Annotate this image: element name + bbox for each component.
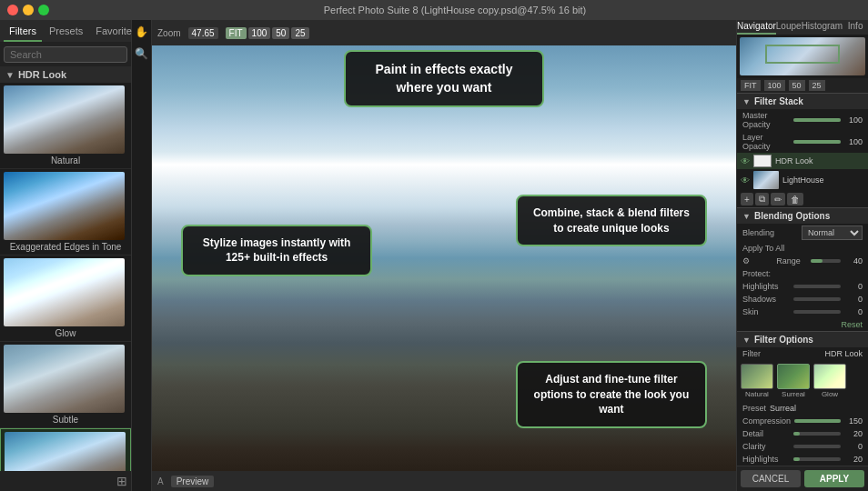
highlights-label: Highlights: [742, 282, 790, 291]
delete-filter-button[interactable]: 🗑: [787, 193, 803, 205]
preset-value: Surreal: [770, 404, 796, 413]
zoom-tool-icon[interactable]: 🔍: [134, 45, 150, 62]
tab-navigator[interactable]: Navigator: [737, 20, 776, 35]
preview-button[interactable]: Preview: [171, 476, 215, 487]
left-panel: Filters Presets Favorites ▼ HDR Look Nat…: [0, 20, 132, 491]
apply-to-all-label: Apply To All: [742, 244, 863, 253]
filter-option-glow[interactable]: Glow: [813, 364, 846, 398]
range-label: ⚙: [742, 256, 772, 266]
clarity-label: Clarity: [742, 442, 790, 451]
search-bar: [0, 42, 131, 66]
cancel-button[interactable]: CANCEL: [741, 470, 801, 487]
add-filter-button[interactable]: +: [741, 193, 753, 205]
hand-tool-icon[interactable]: ✋: [134, 24, 150, 40]
eye-icon[interactable]: 👁: [741, 156, 750, 166]
window-controls[interactable]: [7, 5, 49, 15]
window-title: Perfect Photo Suite 8 (LightHouse copy.p…: [49, 5, 861, 15]
preset-thumbnail: [4, 85, 125, 154]
list-item[interactable]: Natural: [0, 83, 131, 169]
photo-bottom-bar: A Preview: [152, 471, 736, 491]
edit-filter-button[interactable]: ✏: [771, 193, 785, 205]
preset-list: Natural Exaggerated Edges in Tone Glow S…: [0, 83, 131, 471]
filter-stack-hdr[interactable]: 👁 HDR Look: [737, 153, 868, 169]
zoom-25-button[interactable]: 25: [291, 27, 308, 39]
range-value: 40: [844, 256, 863, 266]
zoom-50-button[interactable]: 50: [272, 27, 289, 39]
master-opacity-slider[interactable]: [793, 118, 841, 122]
list-item[interactable]: Subtle: [0, 342, 131, 428]
filter-option-label: Surreal: [782, 390, 805, 398]
right-panel-tabs: Navigator Loupe Histogram Info: [737, 20, 868, 35]
tab-loupe[interactable]: Loupe: [776, 20, 802, 35]
compression-slider[interactable]: [794, 419, 841, 423]
zoom-100-button[interactable]: 100: [248, 27, 271, 39]
tab-presets[interactable]: Presets: [44, 24, 88, 42]
nav-fit-button[interactable]: FIT: [741, 80, 761, 91]
tab-histogram[interactable]: Histogram: [802, 20, 843, 35]
preset-thumbnail: [4, 258, 125, 326]
highlights-row: Highlights 0: [737, 280, 868, 293]
copy-filter-button[interactable]: ⧉: [755, 193, 769, 205]
layer-opacity-row: Layer Opacity 100: [737, 131, 868, 153]
preset-label: Preset: [742, 404, 766, 413]
tooltip-adjust: Adjust and fine-tune filter options to c…: [516, 361, 707, 428]
filter-option-surreal[interactable]: Surreal: [777, 364, 810, 398]
fit-button[interactable]: FIT: [226, 27, 247, 39]
eye-icon[interactable]: 👁: [741, 175, 750, 185]
filter-options-section: ▼ Filter Options: [737, 331, 868, 347]
shadows-slider[interactable]: [793, 297, 841, 301]
left-panel-tabs: Filters Presets Favorites: [0, 20, 131, 42]
tooltip-combine: Combine, stack & blend filters to create…: [516, 195, 707, 247]
filter-stack-name: HDR Look: [775, 156, 864, 165]
nav-25-button[interactable]: 25: [809, 80, 825, 91]
tab-info[interactable]: Info: [843, 20, 868, 35]
blending-options-label: Blending Options: [754, 211, 830, 221]
filter-option-thumbnail: [813, 364, 846, 389]
skin-label: Skin: [742, 307, 790, 316]
range-text: Range: [776, 256, 806, 266]
layer-opacity-label: Layer Opacity: [742, 133, 790, 151]
highlights-fo-slider[interactable]: [793, 457, 841, 461]
layer-opacity-slider[interactable]: [793, 140, 841, 144]
preset-section-header: ▼ HDR Look: [0, 66, 131, 83]
nav-100-button[interactable]: 100: [764, 80, 785, 91]
highlights-fo-label: Highlights: [742, 455, 790, 464]
filter-stack-lighthouse[interactable]: 👁 LightHouse: [737, 169, 868, 191]
range-slider[interactable]: [811, 259, 841, 263]
nav-50-button[interactable]: 50: [789, 80, 805, 91]
filter-option-label: Glow: [822, 390, 838, 398]
filter-options-grid: Natural Surreal Glow: [737, 360, 868, 402]
minimize-button[interactable]: [23, 5, 34, 15]
detail-row: Detail 20: [737, 427, 868, 440]
preset-thumbnail: [4, 345, 125, 413]
chevron-down-icon: ▼: [5, 70, 15, 80]
blending-select[interactable]: Normal: [802, 225, 863, 240]
filter-value: HDR Look: [824, 349, 863, 358]
tab-filters[interactable]: Filters: [4, 24, 42, 42]
filter-option-natural[interactable]: Natural: [741, 364, 773, 398]
reset-row: Reset: [737, 318, 868, 331]
protect-label: Protect:: [737, 267, 868, 280]
apply-button[interactable]: APPLY: [804, 470, 864, 487]
detail-slider[interactable]: [793, 432, 841, 436]
filter-action-bar: + ⧉ ✏ 🗑: [737, 191, 868, 207]
right-panel: Navigator Loupe Histogram Info FIT 100 5…: [736, 20, 868, 491]
list-item[interactable]: Surreal: [0, 428, 131, 471]
bottom-buttons: CANCEL APPLY: [737, 466, 868, 491]
blending-row: Blending Normal: [737, 224, 868, 242]
grid-icon[interactable]: ⊞: [116, 474, 127, 488]
skin-slider[interactable]: [793, 310, 841, 314]
search-input[interactable]: [4, 46, 127, 63]
maximize-button[interactable]: [38, 5, 49, 15]
preset-section-label: HDR Look: [18, 69, 66, 80]
list-item[interactable]: Exaggerated Edges in Tone: [0, 169, 131, 256]
highlights-slider[interactable]: [793, 285, 841, 288]
reset-link[interactable]: Reset: [841, 320, 863, 329]
close-button[interactable]: [7, 5, 18, 15]
zoom-buttons: FIT 100 50 25: [226, 27, 309, 39]
clarity-slider[interactable]: [793, 445, 841, 448]
main-area: ✋ 🔍 Zoom 47.65 FIT 100 50 25 Paint in ef…: [132, 20, 736, 491]
shadows-label: Shadows: [742, 295, 790, 304]
skin-row: Skin 0: [737, 306, 868, 318]
list-item[interactable]: Glow: [0, 256, 131, 342]
